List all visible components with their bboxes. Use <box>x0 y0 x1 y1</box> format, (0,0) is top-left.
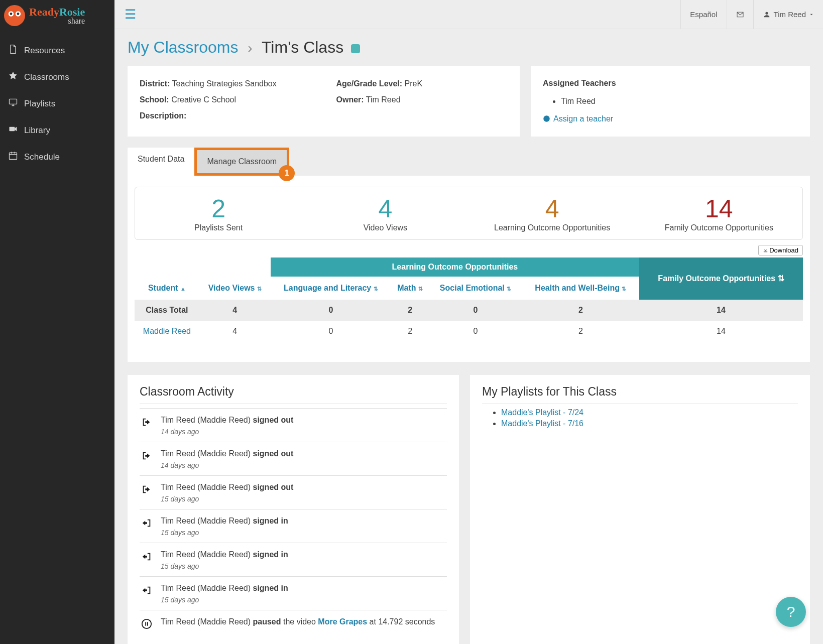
sidebar-item-classrooms[interactable]: Classrooms <box>0 64 114 90</box>
col-health-and-well-being[interactable]: Health and Well-Being ⇅ <box>522 277 639 300</box>
activity-time: 14 days ago <box>161 428 293 436</box>
mail-button[interactable] <box>727 0 753 29</box>
stat-label: Playlists Sent <box>135 223 302 232</box>
stat-playlists-sent: 2Playlists Sent <box>135 194 302 232</box>
mail-icon <box>736 11 744 19</box>
activity-action: signed in <box>253 584 288 592</box>
classroom-activity-panel: Classroom Activity Tim Reed (Maddie Reed… <box>128 375 459 644</box>
activity-item: Tim Reed (Maddie Reed) signed in15 days … <box>140 543 447 576</box>
cell: 2 <box>391 300 429 321</box>
logo-mark-icon <box>4 5 25 26</box>
cell: 0 <box>429 321 522 342</box>
tab-manage-classroom[interactable]: Manage Classroom <box>197 150 287 173</box>
activity-heading: Classroom Activity <box>140 385 447 399</box>
sign-out-icon <box>140 450 154 469</box>
sidebar-item-library[interactable]: Library <box>0 117 114 144</box>
svg-rect-4 <box>10 99 17 104</box>
activity-time: 15 days ago <box>161 596 288 604</box>
menu-toggle-icon[interactable]: ☰ <box>121 3 140 26</box>
assign-teacher-label: Assign a teacher <box>553 111 613 126</box>
language-switch[interactable]: Español <box>680 0 726 29</box>
col-social-emotional[interactable]: Social Emotional ⇅ <box>429 277 522 300</box>
activity-who: Tim Reed (Maddie Reed) <box>161 483 253 491</box>
activity-item: Tim Reed (Maddie Reed) signed out14 days… <box>140 408 447 442</box>
assign-teacher-link[interactable]: Assign a teacher <box>543 111 798 126</box>
activity-time: 15 days ago <box>161 562 288 570</box>
teacher-list: Tim Reed <box>543 94 798 109</box>
topbar: ☰ Español Tim Reed <box>114 0 823 29</box>
help-button[interactable]: ? <box>776 597 806 627</box>
assigned-teachers-card: Assigned Teachers Tim Reed Assign a teac… <box>531 66 810 137</box>
col-video-views[interactable]: Video Views ⇅ <box>199 277 271 300</box>
col-student[interactable]: Student ▲ <box>135 277 199 300</box>
stat-value: 14 <box>636 194 802 223</box>
playlist-link[interactable]: Maddie's Playlist - 7/24 <box>501 408 583 417</box>
school-value: Creative C School <box>171 95 236 104</box>
grade-value: PreK <box>405 79 423 88</box>
user-menu[interactable]: Tim Reed <box>753 0 823 29</box>
activity-video-link[interactable]: More Grapes <box>318 617 367 626</box>
cell: 0 <box>271 321 391 342</box>
svg-rect-9 <box>147 622 148 626</box>
activity-time: 14 days ago <box>161 461 293 469</box>
stat-value: 4 <box>469 194 636 223</box>
activity-list: Tim Reed (Maddie Reed) signed out14 days… <box>140 408 447 635</box>
breadcrumb-sep: › <box>248 40 252 56</box>
monitor-icon <box>8 97 18 110</box>
sign-in-icon <box>140 551 154 570</box>
group-header-learning: Learning Outcome Opportunities <box>271 257 639 277</box>
sidebar-item-label: Schedule <box>24 152 60 162</box>
pause-icon <box>140 618 154 629</box>
svg-point-7 <box>142 619 151 628</box>
cell: 2 <box>522 321 639 342</box>
owner-label: Owner: <box>336 95 364 104</box>
cell: 0 <box>271 300 391 321</box>
class-color-badge <box>351 44 360 53</box>
activity-action: paused <box>253 617 281 626</box>
svg-rect-6 <box>10 153 17 159</box>
activity-action: signed out <box>253 483 293 491</box>
cell: 2 <box>391 321 429 342</box>
sidebar-item-resources[interactable]: Resources <box>0 37 114 64</box>
cell: 14 <box>639 300 803 321</box>
group-header-family[interactable]: Family Outcome Opportunities ⇅ <box>639 257 803 300</box>
playlist-item: Maddie's Playlist - 7/24 <box>501 408 798 417</box>
breadcrumb: My Classrooms › Tim's Class <box>128 38 810 57</box>
col-language-and-literacy[interactable]: Language and Literacy ⇅ <box>271 277 391 300</box>
main-content: My Classrooms › Tim's Class District: Te… <box>114 0 823 644</box>
svg-point-3 <box>17 13 20 15</box>
sidebar-item-label: Resources <box>24 46 65 56</box>
star-icon <box>8 71 18 83</box>
teacher-list-item: Tim Reed <box>561 94 798 109</box>
activity-item: Tim Reed (Maddie Reed) signed out15 days… <box>140 475 447 509</box>
breadcrumb-root[interactable]: My Classrooms <box>128 38 238 56</box>
playlists-heading: My Playlists for This Class <box>482 385 798 399</box>
activity-action: signed out <box>253 449 293 458</box>
sidebar-item-playlists[interactable]: Playlists <box>0 90 114 117</box>
cell: 0 <box>429 300 522 321</box>
download-icon <box>763 247 768 253</box>
playlist-link[interactable]: Maddie's Playlist - 7/16 <box>501 419 583 428</box>
plus-circle-icon <box>543 115 550 122</box>
activity-who: Tim Reed (Maddie Reed) <box>161 416 253 424</box>
user-icon <box>763 11 771 19</box>
col-math[interactable]: Math ⇅ <box>391 277 429 300</box>
calendar-icon <box>8 151 18 163</box>
svg-point-2 <box>10 13 13 15</box>
stats-bar: 2Playlists Sent4Video Views4Learning Out… <box>135 187 803 240</box>
activity-who: Tim Reed (Maddie Reed) <box>161 584 253 592</box>
chevron-down-icon <box>809 12 814 17</box>
sign-in-icon <box>140 585 154 604</box>
sidebar-item-schedule[interactable]: Schedule <box>0 144 114 170</box>
playlist-item: Maddie's Playlist - 7/16 <box>501 419 798 428</box>
student-link[interactable]: Maddie Reed <box>143 327 191 335</box>
tab-student-data[interactable]: Student Data <box>128 148 194 176</box>
owner-value: Tim Reed <box>366 95 401 104</box>
stat-label: Family Outcome Opportunities <box>636 223 802 232</box>
download-button[interactable]: Download <box>758 245 803 255</box>
stat-family-outcome-opportunities: 14Family Outcome Opportunities <box>636 194 802 232</box>
classroom-info-card: District: Teaching Strategies Sandbox Sc… <box>128 66 520 137</box>
sign-out-icon <box>140 417 154 436</box>
logo[interactable]: ReadyRosie share <box>0 0 114 28</box>
assigned-teachers-heading: Assigned Teachers <box>543 79 616 87</box>
